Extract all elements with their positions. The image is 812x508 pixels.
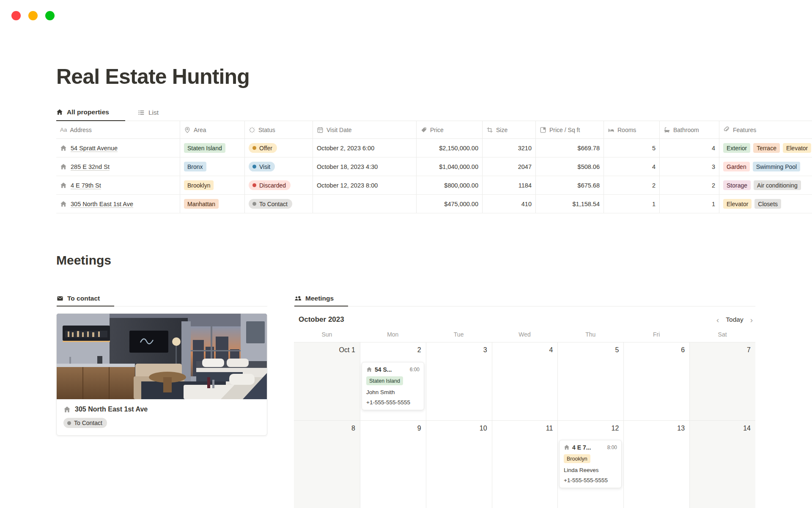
visit-date-cell[interactable]: October 12, 2023 8:00 [313, 176, 417, 194]
property-card[interactable]: 305 North East 1st Ave To Contact [56, 313, 267, 436]
minimize-window-button[interactable] [28, 11, 38, 20]
today-button[interactable]: Today [726, 316, 743, 323]
calendar-cell[interactable]: 6 [623, 342, 689, 420]
area-cell[interactable]: Manhattan [180, 195, 245, 213]
price-cell[interactable]: $475,000.00 [417, 195, 483, 213]
date-label: 6 [681, 346, 685, 354]
column-header-features[interactable]: Features [719, 121, 812, 138]
calendar-cell[interactable]: 4 [492, 342, 558, 420]
address-link[interactable]: 285 E 32nd St [71, 163, 110, 170]
column-header-area[interactable]: Area [180, 121, 245, 138]
column-header-bathroom[interactable]: Bathroom [660, 121, 719, 138]
day-name: Thu [557, 331, 623, 340]
calendar-cell[interactable]: 5 [557, 342, 623, 420]
rooms-cell[interactable]: 5 [604, 139, 660, 157]
size-cell[interactable]: 1184 [483, 176, 536, 194]
tab-label: To contact [67, 295, 100, 302]
calendar-cell[interactable]: 7 [689, 342, 755, 420]
price-sqft-cell[interactable]: $675.68 [536, 176, 604, 194]
close-window-button[interactable] [11, 11, 21, 20]
size-cell[interactable]: 410 [483, 195, 536, 213]
price-sqft-cell[interactable]: $669.78 [536, 139, 604, 157]
address-cell[interactable]: 54 Spratt Avenue [56, 139, 180, 157]
feature-tag: Elevator [783, 143, 811, 153]
calendar-cell[interactable]: Oct 1 [294, 342, 360, 420]
column-header-status[interactable]: Status [245, 121, 313, 138]
price-cell[interactable]: $800,000.00 [417, 176, 483, 194]
price-cell[interactable]: $1,040,000.00 [417, 157, 483, 176]
status-cell[interactable]: Offer [245, 139, 313, 157]
tab-meetings[interactable]: Meetings [294, 291, 348, 306]
calendar-cell[interactable]: 10 [426, 420, 492, 508]
area-cell[interactable]: Bronx [180, 157, 245, 176]
calendar-cell[interactable]: 11 [492, 420, 558, 508]
column-header-visit-date[interactable]: Visit Date [313, 121, 417, 138]
rooms-cell[interactable]: 4 [604, 157, 660, 176]
table-row: 4 E 79th St Brooklyn Discarded October 1… [56, 176, 812, 195]
date-label: 8 [351, 425, 355, 432]
date-label: 12 [611, 425, 619, 432]
visit-date-cell[interactable]: October 18, 2023 4:30 [313, 157, 417, 176]
features-cell[interactable]: Exterior Terrace Elevator [719, 139, 812, 157]
area-tag: Brooklyn [564, 454, 590, 463]
address-cell[interactable]: 305 North East 1st Ave [56, 195, 180, 213]
card-address[interactable]: 305 North East 1st Ave [63, 406, 260, 413]
status-dot [252, 165, 256, 168]
calendar-cell[interactable]: 9 [360, 420, 426, 508]
visit-date-cell[interactable] [313, 195, 417, 213]
next-month-button[interactable]: › [750, 316, 753, 324]
price-sqft-cell[interactable]: $508.06 [536, 157, 604, 176]
status-cell[interactable]: Discarded [245, 176, 313, 194]
bathroom-cell[interactable]: 4 [660, 139, 719, 157]
status-icon [249, 127, 255, 133]
address-cell[interactable]: 4 E 79th St [56, 176, 180, 194]
area-cell[interactable]: Staten Island [180, 139, 245, 157]
features-cell[interactable]: Garden Swimming Pool [719, 157, 812, 176]
event-phone-link[interactable]: +1-555-555-5555 [564, 477, 617, 483]
status-cell[interactable]: To Contact [245, 195, 313, 213]
features-cell[interactable]: Elevator Closets [719, 195, 812, 213]
tab-list[interactable]: List [138, 104, 159, 121]
date-label: 13 [677, 425, 685, 432]
address-link[interactable]: 54 Spratt Avenue [71, 145, 118, 152]
envelope-icon [57, 295, 63, 302]
column-header-price-sqft[interactable]: Price / Sq ft [536, 121, 604, 138]
event-phone-link[interactable]: +1-555-555-5555 [366, 399, 420, 406]
features-cell[interactable]: Storage Air conditioning [719, 176, 812, 194]
price-cell[interactable]: $2,150,000.00 [417, 139, 483, 157]
visit-date-cell[interactable]: October 2, 2023 6:00 [313, 139, 417, 157]
calendar-event-card[interactable]: 4 E 7... 8:00 Brooklyn Linda Reeves +1-5… [559, 440, 622, 488]
status-dot [252, 202, 256, 206]
address-cell[interactable]: 285 E 32nd St [56, 157, 180, 176]
bathroom-cell[interactable]: 3 [660, 157, 719, 176]
size-cell[interactable]: 3210 [483, 139, 536, 157]
column-header-rooms[interactable]: Rooms [604, 121, 660, 138]
column-header-price[interactable]: Price [417, 121, 483, 138]
rooms-cell[interactable]: 1 [604, 195, 660, 213]
date-label: 3 [483, 346, 487, 354]
tab-to-contact[interactable]: To contact [57, 291, 114, 306]
address-link[interactable]: 4 E 79th St [71, 182, 101, 189]
column-header-size[interactable]: Size [483, 121, 536, 138]
rooms-cell[interactable]: 2 [604, 176, 660, 194]
bathroom-cell[interactable]: 1 [660, 195, 719, 213]
date-label: 7 [747, 346, 751, 354]
address-link[interactable]: 305 North East 1st Ave [71, 201, 133, 207]
bathroom-cell[interactable]: 2 [660, 176, 719, 194]
calendar-cell[interactable]: 13 [623, 420, 689, 508]
prev-month-button[interactable]: ‹ [716, 316, 719, 324]
calendar-cell[interactable]: 3 [426, 342, 492, 420]
day-name: Fri [623, 331, 689, 340]
tab-all-properties[interactable]: All properties [56, 104, 125, 121]
status-cell[interactable]: Visit [245, 157, 313, 176]
calendar-cell[interactable]: 8 [294, 420, 360, 508]
price-sqft-cell[interactable]: $1,158.54 [536, 195, 604, 213]
feature-tag: Terrace [753, 143, 780, 153]
calendar-cell[interactable]: 14 [689, 420, 755, 508]
zoom-window-button[interactable] [45, 11, 55, 20]
area-cell[interactable]: Brooklyn [180, 176, 245, 194]
column-header-address[interactable]: Aa Address [56, 121, 180, 138]
event-contact-name: John Smith [366, 389, 420, 395]
calendar-event-card[interactable]: 54 S... 6:00 Staten Island John Smith +1… [362, 362, 424, 410]
size-cell[interactable]: 2047 [483, 157, 536, 176]
